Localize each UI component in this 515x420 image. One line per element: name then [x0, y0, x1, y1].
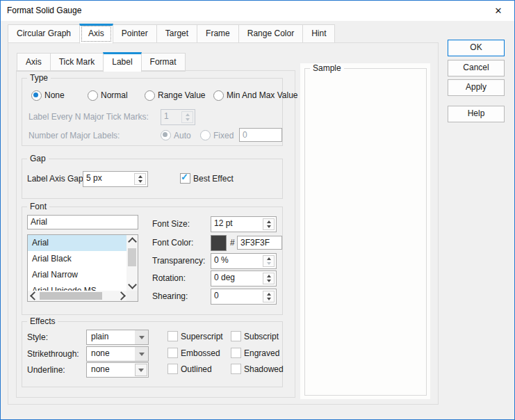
- rotation-spinner[interactable]: 0 deg: [211, 270, 277, 286]
- radio-none-label: None: [44, 90, 65, 100]
- tab-target[interactable]: Target: [156, 24, 197, 43]
- label-every-n-value: 1: [161, 110, 180, 124]
- help-button[interactable]: Help: [448, 106, 505, 122]
- font-size-spinner[interactable]: 12 pt: [211, 216, 277, 232]
- spin-up-icon[interactable]: [263, 273, 274, 279]
- number-of-major-label: Number of Major Labels:: [28, 131, 120, 140]
- outer-tab-strip: Circular Graph Axis Pointer Target Frame…: [8, 24, 334, 43]
- font-name-input[interactable]: Arial: [27, 215, 138, 229]
- spin-up-icon[interactable]: [182, 112, 193, 118]
- shearing-label: Shearing:: [152, 291, 188, 301]
- tab-circular-graph[interactable]: Circular Graph: [8, 24, 80, 43]
- transparency-spinner[interactable]: 0 %: [211, 253, 277, 269]
- radio-range-value-label: Range Value: [158, 90, 206, 100]
- engraved-checkbox[interactable]: [231, 348, 241, 358]
- engraved-label: Engraved: [244, 348, 279, 358]
- style-dropdown[interactable]: plain: [86, 330, 149, 345]
- embossed-label: Embossed: [181, 348, 220, 358]
- font-group-title: Font: [27, 202, 49, 211]
- font-list-item[interactable]: Arial Unicode MS: [28, 283, 126, 291]
- radio-normal[interactable]: [88, 90, 98, 101]
- radio-min-max-value[interactable]: [213, 90, 224, 101]
- tab-format[interactable]: Format: [141, 53, 186, 72]
- fixed-count-input[interactable]: 0: [239, 128, 282, 142]
- font-color-swatch[interactable]: [211, 235, 227, 251]
- font-color-hex-input[interactable]: 3F3F3F: [237, 236, 282, 250]
- rotation-value: 0 deg: [211, 271, 261, 286]
- spin-up-icon[interactable]: [135, 174, 145, 179]
- spin-up-icon[interactable]: [263, 256, 274, 261]
- label-every-n-spinner[interactable]: 1: [161, 109, 195, 125]
- chevron-down-icon: [135, 330, 148, 344]
- font-size-value: 12 pt: [211, 217, 261, 232]
- shearing-spinner[interactable]: 0: [211, 289, 277, 305]
- spin-up-icon[interactable]: [263, 291, 274, 297]
- transparency-value: 0 %: [211, 254, 261, 268]
- shearing-value: 0: [211, 289, 261, 304]
- superscript-checkbox[interactable]: [167, 331, 178, 341]
- tab-axis[interactable]: Axis: [79, 24, 113, 44]
- format-solid-gauge-dialog: Format Solid Gauge ✕ Circular Graph Axis…: [0, 0, 515, 420]
- scroll-left-icon[interactable]: [28, 291, 38, 301]
- hex-hash-label: #: [230, 238, 235, 248]
- strikethrough-dropdown[interactable]: none: [86, 346, 149, 362]
- tab-frame[interactable]: Frame: [197, 24, 239, 43]
- radio-fixed-label: Fixed: [213, 131, 234, 140]
- strikethrough-label: Strikethrough:: [27, 349, 79, 359]
- cancel-button[interactable]: Cancel: [448, 60, 505, 76]
- spin-down-icon[interactable]: [263, 297, 274, 302]
- label-axis-gap-spinner[interactable]: 5 px: [83, 171, 148, 187]
- scrollbar-corner: [126, 291, 138, 301]
- outlined-checkbox[interactable]: [167, 364, 178, 374]
- font-color-label: Font Color:: [152, 238, 193, 248]
- ok-button[interactable]: OK: [448, 40, 505, 56]
- close-button[interactable]: ✕: [489, 3, 508, 18]
- font-list-item[interactable]: Arial: [28, 235, 126, 251]
- style-value: plain: [87, 330, 135, 344]
- tab-tick-mark[interactable]: Tick Mark: [50, 53, 104, 72]
- tab-hint[interactable]: Hint: [302, 24, 335, 43]
- type-group-title: Type: [27, 73, 51, 83]
- label-axis-gap-label: Label Axis Gap:: [27, 174, 85, 184]
- spin-down-icon[interactable]: [135, 179, 145, 185]
- radio-fixed[interactable]: [200, 130, 211, 140]
- radio-range-value[interactable]: [145, 90, 155, 101]
- radio-none[interactable]: [31, 90, 42, 101]
- scroll-down-icon[interactable]: [126, 280, 138, 291]
- spin-up-icon[interactable]: [263, 219, 274, 225]
- font-list-item[interactable]: Arial Black: [28, 251, 126, 267]
- transparency-label: Transparency:: [152, 256, 205, 266]
- vertical-scroll-thumb[interactable]: [128, 248, 136, 266]
- effects-group-title: Effects: [27, 316, 58, 326]
- apply-button[interactable]: Apply: [448, 79, 505, 96]
- shadowed-label: Shadowed: [244, 364, 284, 374]
- radio-auto[interactable]: [161, 130, 171, 140]
- underline-dropdown[interactable]: none: [86, 362, 149, 378]
- tab-range-color[interactable]: Range Color: [238, 24, 303, 43]
- font-list-item[interactable]: Arial Narrow: [28, 267, 126, 283]
- embossed-checkbox[interactable]: [167, 348, 178, 358]
- scroll-right-icon[interactable]: [116, 291, 126, 301]
- label-every-n-label: Label Every N Major Tick Marks:: [28, 112, 149, 122]
- horizontal-scroll-thumb[interactable]: [40, 292, 102, 300]
- vertical-scrollbar[interactable]: [126, 235, 138, 291]
- scroll-up-icon[interactable]: [126, 235, 138, 246]
- shadowed-checkbox[interactable]: [231, 364, 241, 374]
- chevron-down-icon: [135, 364, 147, 376]
- tab-label[interactable]: Label: [103, 52, 141, 72]
- underline-value: none: [87, 363, 134, 377]
- label-axis-gap-value: 5 px: [83, 172, 133, 186]
- tab-pointer[interactable]: Pointer: [113, 24, 157, 43]
- spin-down-icon[interactable]: [182, 118, 193, 123]
- best-effect-checkbox[interactable]: [180, 173, 190, 184]
- subscript-checkbox[interactable]: [231, 331, 241, 341]
- font-size-label: Font Size:: [152, 219, 190, 229]
- tab-axis-inner[interactable]: Axis: [17, 53, 51, 72]
- spin-down-icon[interactable]: [263, 279, 274, 284]
- spin-down-icon[interactable]: [263, 225, 274, 230]
- spin-down-icon[interactable]: [263, 261, 274, 267]
- subscript-label: Subscript: [244, 332, 279, 341]
- radio-min-max-value-label: Min And Max Value: [227, 90, 298, 100]
- superscript-label: Superscript: [181, 332, 223, 341]
- horizontal-scrollbar[interactable]: [28, 291, 126, 301]
